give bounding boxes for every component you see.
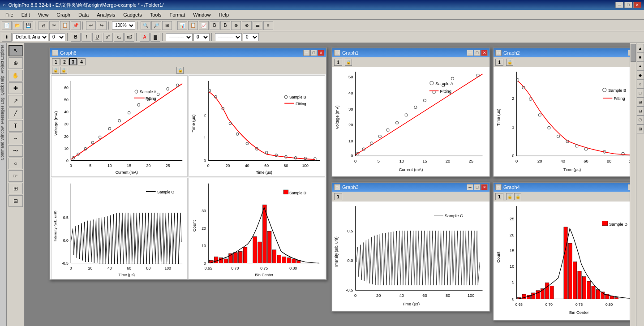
tb-undo[interactable]: ↩ [86,21,96,30]
tb-table[interactable]: 📋 [188,21,198,30]
rs-btn8[interactable]: ⊟ [637,107,644,116]
graph6-close[interactable]: ✕ [318,50,324,56]
tb2-greek[interactable]: αβ [125,33,134,42]
tool-text[interactable]: T [9,120,23,132]
linesize-selector[interactable]: 0 [193,33,210,41]
maximize-button[interactable]: □ [624,2,632,8]
graph6-lock-3[interactable]: 🔒 [176,67,184,74]
tool-arrow[interactable]: ↗ [9,95,23,107]
tool-ellipse[interactable]: ○ [9,158,23,169]
scrollbar-right[interactable] [630,43,636,326]
tb2-underline[interactable]: U [92,33,102,42]
graph6-tab-2[interactable]: 2 [60,58,69,65]
graph6-titlebar[interactable]: □ Graph6 ─ □ ✕ [50,48,326,57]
tb2-super[interactable]: x² [103,33,113,42]
tool-line[interactable]: ╱ [9,107,23,119]
menu-window[interactable]: Window [189,11,214,18]
tb2-fill[interactable]: ▓ [150,33,160,42]
graph2-titlebar[interactable]: □ Graph2 ─ □ ✕ [494,48,636,57]
sidebar-quick-help[interactable]: Quick Help [0,75,6,96]
graph4-lock-2[interactable]: 🔒 [514,193,521,200]
rs-table[interactable]: ⊞ [637,124,644,133]
linecolor-selector[interactable]: 0 [243,33,259,41]
tool-hand[interactable]: ☞ [9,170,23,182]
menu-help[interactable]: Help [215,11,232,18]
tool-draw[interactable]: ✚ [9,82,23,94]
tb-zoom-out[interactable]: 🔎 [151,21,161,30]
sidebar-project-explorer[interactable]: Project Explorer [0,44,6,74]
tb-paste[interactable]: 📌 [71,21,81,30]
graph6-maximize[interactable]: □ [310,50,317,56]
graph4-titlebar[interactable]: □ Graph4 ─ □ ✕ [494,183,636,192]
tb2-bold[interactable]: B [71,33,81,42]
zoom-selector[interactable]: 100% 75% 150% [112,21,135,30]
tb-redo[interactable]: ↪ [97,21,107,30]
linewt-selector[interactable]: ───── [215,33,242,41]
graph6-minimize[interactable]: ─ [303,50,310,56]
tb-zoom-in[interactable]: 🔍 [141,21,150,30]
graph4-tab[interactable]: 1 [495,193,503,200]
rs-btn1[interactable]: ▲ [637,44,644,53]
graph6-tab-1[interactable]: 1 [52,58,60,65]
tb-b2[interactable]: B [220,21,230,30]
menu-analysis[interactable]: Analysis [93,11,119,18]
graph6-tab-3[interactable]: 3 [69,58,77,65]
tb-misc2[interactable]: ⊗ [242,21,252,30]
tool-misc1[interactable]: ⊞ [9,183,23,194]
menu-file[interactable]: File [2,11,17,18]
graph1-tab[interactable]: 1 [334,59,342,66]
tb2-arrow[interactable]: ⬆ [2,33,12,42]
close-button[interactable]: ✕ [633,2,641,8]
menu-graph[interactable]: Graph [53,11,74,18]
tb-print[interactable]: 🖨 [39,21,48,30]
rs-btn4[interactable]: ◆ [637,71,644,80]
tb-misc3[interactable]: ☰ [253,21,262,30]
tb-data[interactable]: 📈 [199,21,209,30]
tb-misc4[interactable]: ≡ [263,21,273,30]
graph1-maximize[interactable]: □ [474,50,481,56]
tb-fit[interactable]: ⊞ [162,21,172,30]
tb2-sub[interactable]: x₂ [114,33,124,42]
graph3-tab[interactable]: 1 [334,193,342,200]
tool-curve[interactable]: 〜 [9,145,23,157]
tool-misc2[interactable]: ⊟ [9,195,23,207]
graph1-close[interactable]: ✕ [481,50,488,56]
tb-graph[interactable]: 📊 [177,21,187,30]
graph6-tab-4[interactable]: 4 [77,58,86,65]
minimize-button[interactable]: ─ [615,2,623,8]
menu-format[interactable]: Format [166,11,189,18]
graph1-minimize[interactable]: ─ [467,50,473,56]
tool-pan[interactable]: ✋ [9,70,23,82]
rs-btn3[interactable]: ● [637,62,644,71]
tb2-color[interactable]: A [140,33,150,42]
tb-cut[interactable]: ✂ [49,21,59,30]
graph3-close[interactable]: ✕ [481,184,488,190]
graph1-titlebar[interactable]: □ Graph1 ─ □ ✕ [332,48,489,57]
graph6-lock-1[interactable]: 🔒 [52,67,59,74]
font-selector[interactable]: Default: Arial [13,33,48,41]
rs-btn5[interactable]: ○ [637,80,644,89]
rs-btn6[interactable]: □ [637,89,644,98]
tool-select[interactable]: ↖ [9,45,23,56]
fontsize-selector[interactable]: 0 [49,33,65,41]
linestyle-selector[interactable]: ───── [166,33,193,41]
tb-b1[interactable]: B [210,21,219,30]
tb-new[interactable]: 📄 [2,21,12,30]
menu-gadgets[interactable]: Gadgets [120,11,146,18]
tool-zoom[interactable]: ⊕ [9,57,23,69]
tb-copy[interactable]: 📋 [60,21,70,30]
tb2-italic[interactable]: I [82,33,91,42]
graph6-lock-2[interactable]: 🔒 [60,67,67,74]
rs-clock[interactable]: ⏱ [637,116,644,124]
rs-btn2[interactable]: ■ [637,53,644,62]
sidebar-messages-log[interactable]: Messages Log [0,97,6,125]
menu-view[interactable]: View [34,11,52,18]
tb-open[interactable]: 📂 [13,21,22,30]
menu-tools[interactable]: Tools [146,11,165,18]
scrollbar-thumb[interactable] [631,44,636,62]
graph3-minimize[interactable]: ─ [467,184,473,190]
graph2-lock[interactable]: 🔒 [506,59,513,66]
graph1-lock[interactable]: 🔒 [345,59,352,66]
menu-data[interactable]: Data [75,11,92,18]
graph2-tab[interactable]: 1 [495,59,503,66]
